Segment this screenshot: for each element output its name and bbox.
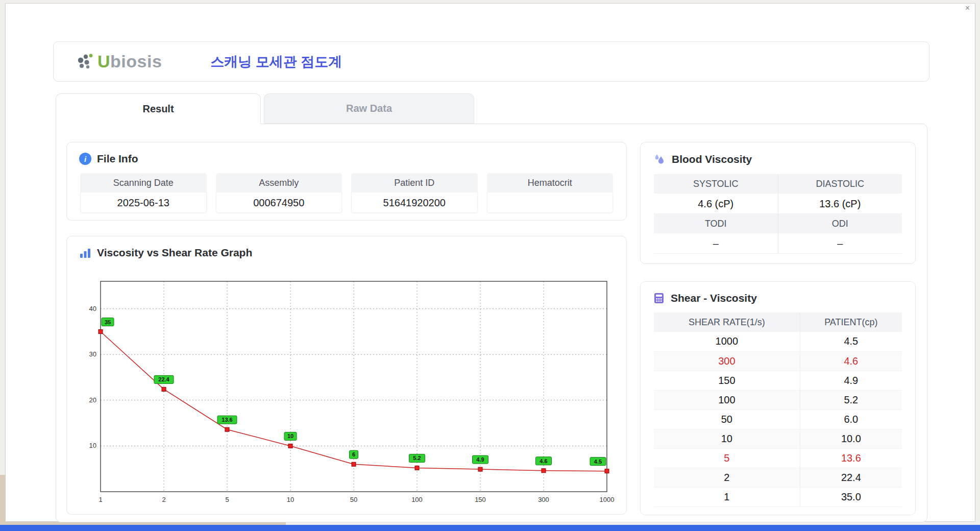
svg-text:50: 50 bbox=[350, 496, 357, 503]
bv-header-row: SYSTOLIC DIASTOLIC bbox=[654, 174, 902, 194]
result-panel: i File Info Scanning Date 2025-06-13 Ass… bbox=[56, 124, 927, 522]
sv-patient: 4.9 bbox=[800, 371, 902, 390]
field-label: Patient ID bbox=[351, 173, 478, 192]
droplets-icon bbox=[653, 153, 666, 166]
svg-text:2: 2 bbox=[162, 496, 165, 503]
file-info-fields: Scanning Date 2025-06-13 Assembly 000674… bbox=[80, 173, 613, 213]
svg-text:10: 10 bbox=[89, 442, 96, 449]
logo: Ubiosis bbox=[75, 52, 162, 72]
table-row: 135.0 bbox=[654, 487, 902, 506]
shear-viscosity-table: SHEAR RATE(1/s) PATIENT(cp) 10004.5 3004… bbox=[654, 312, 902, 507]
svg-text:300: 300 bbox=[538, 496, 549, 503]
sv-shear: 5 bbox=[654, 448, 800, 468]
field-value bbox=[487, 192, 614, 213]
sv-col-shear-rate: SHEAR RATE(1/s) bbox=[654, 312, 800, 332]
sv-shear: 10 bbox=[654, 429, 800, 448]
table-row: 1010.0 bbox=[654, 429, 902, 448]
bv-value-row: 4.6 (cP) 13.6 (cP) bbox=[654, 194, 902, 214]
bar-chart-icon bbox=[79, 247, 91, 259]
table-row: 513.6 bbox=[654, 448, 902, 468]
svg-text:40: 40 bbox=[89, 305, 96, 312]
svg-text:6: 6 bbox=[352, 451, 355, 457]
bv-header-diastolic: DIASTOLIC bbox=[778, 174, 902, 194]
viscosity-chart-svg: 10203040125105010015030010003522.413.610… bbox=[80, 273, 615, 508]
field-label: Hematocrit bbox=[487, 173, 614, 192]
bv-header-row: TODI ODI bbox=[654, 214, 902, 233]
svg-text:10: 10 bbox=[287, 433, 293, 439]
sv-patient: 35.0 bbox=[800, 487, 902, 506]
sv-shear: 100 bbox=[654, 390, 800, 409]
svg-text:100: 100 bbox=[411, 496, 423, 503]
logo-icon bbox=[75, 52, 95, 72]
table-row: 506.0 bbox=[654, 409, 902, 429]
blood-viscosity-title-row: Blood Viscosity bbox=[653, 153, 915, 166]
field-value: 51641920200 bbox=[351, 192, 478, 213]
viscosity-chart: 10203040125105010015030010003522.413.610… bbox=[80, 273, 615, 508]
svg-text:5.2: 5.2 bbox=[413, 455, 421, 461]
calculator-icon bbox=[653, 292, 665, 304]
graph-title-row: Viscosity vs Shear Rate Graph bbox=[79, 247, 626, 259]
file-info-card: i File Info Scanning Date 2025-06-13 Ass… bbox=[66, 142, 627, 221]
sv-shear: 1 bbox=[654, 487, 800, 506]
svg-text:4.5: 4.5 bbox=[594, 458, 602, 465]
logo-text: Ubiosis bbox=[97, 52, 162, 71]
blood-viscosity-table: SYSTOLIC DIASTOLIC 4.6 (cP) 13.6 (cP) TO… bbox=[654, 174, 902, 254]
sv-patient: 4.6 bbox=[800, 351, 902, 371]
desktop-background-sliver bbox=[0, 475, 5, 522]
close-icon[interactable]: × bbox=[965, 4, 970, 13]
table-row: 1504.9 bbox=[654, 371, 902, 390]
svg-text:5: 5 bbox=[225, 496, 229, 503]
graph-card: Viscosity vs Shear Rate Graph 1020304012… bbox=[66, 236, 627, 515]
logo-text-first: U bbox=[97, 52, 110, 71]
svg-text:1000: 1000 bbox=[600, 496, 615, 503]
svg-text:20: 20 bbox=[89, 396, 96, 404]
tab-raw-data[interactable]: Raw Data bbox=[264, 93, 474, 124]
sv-shear: 300 bbox=[654, 351, 800, 371]
field-label: Assembly bbox=[216, 173, 342, 192]
bv-header-systolic: SYSTOLIC bbox=[654, 174, 778, 194]
sv-shear: 150 bbox=[654, 371, 800, 390]
sv-patient: 22.4 bbox=[800, 468, 902, 487]
field-value: 000674950 bbox=[216, 192, 342, 213]
field-scanning-date: Scanning Date 2025-06-13 bbox=[80, 173, 207, 213]
bv-diastolic-value: 13.6 (cP) bbox=[778, 194, 902, 214]
bv-value-row: – – bbox=[654, 233, 902, 254]
info-icon: i bbox=[79, 153, 91, 165]
table-row: 222.4 bbox=[654, 468, 902, 487]
sv-shear: 2 bbox=[654, 468, 800, 487]
logo-text-rest: biosis bbox=[110, 52, 162, 71]
tab-result[interactable]: Result bbox=[56, 93, 261, 124]
page-title: 스캐닝 모세관 점도계 bbox=[210, 53, 342, 71]
sv-patient: 4.5 bbox=[800, 332, 902, 351]
svg-text:4.9: 4.9 bbox=[476, 456, 484, 463]
sv-patient: 5.2 bbox=[800, 390, 902, 409]
svg-text:10: 10 bbox=[287, 496, 294, 503]
bv-header-odi: ODI bbox=[778, 214, 902, 233]
svg-text:13.6: 13.6 bbox=[222, 417, 232, 423]
sv-patient: 10.0 bbox=[800, 429, 902, 448]
blood-viscosity-title: Blood Viscosity bbox=[672, 153, 752, 165]
table-row: 1005.2 bbox=[654, 390, 902, 409]
field-hematocrit: Hematocrit bbox=[487, 173, 614, 213]
shear-viscosity-title-row: Shear - Viscosity bbox=[653, 292, 915, 304]
bv-systolic-value: 4.6 (cP) bbox=[654, 194, 778, 214]
sv-patient: 6.0 bbox=[800, 409, 902, 429]
svg-text:150: 150 bbox=[475, 496, 486, 503]
svg-text:1: 1 bbox=[99, 496, 102, 503]
app-header: Ubiosis 스캐닝 모세관 점도계 bbox=[53, 41, 929, 82]
field-assembly: Assembly 000674950 bbox=[216, 173, 342, 213]
sv-patient: 13.6 bbox=[800, 448, 902, 468]
svg-text:35: 35 bbox=[105, 319, 111, 325]
graph-title: Viscosity vs Shear Rate Graph bbox=[97, 247, 252, 259]
table-row: 10004.5 bbox=[654, 332, 902, 351]
bv-odi-value: – bbox=[778, 233, 902, 254]
shear-viscosity-card: Shear - Viscosity SHEAR RATE(1/s) PATIEN… bbox=[640, 281, 916, 515]
blood-viscosity-card: Blood Viscosity SYSTOLIC DIASTOLIC 4.6 (… bbox=[640, 142, 916, 264]
svg-text:4.6: 4.6 bbox=[540, 458, 547, 464]
sv-header-row: SHEAR RATE(1/s) PATIENT(cp) bbox=[654, 312, 902, 332]
field-patient-id: Patient ID 51641920200 bbox=[351, 173, 478, 213]
svg-text:22.4: 22.4 bbox=[158, 376, 169, 382]
sv-shear: 50 bbox=[654, 409, 800, 429]
table-row: 3004.6 bbox=[654, 351, 902, 371]
bv-header-todi: TODI bbox=[654, 214, 778, 233]
